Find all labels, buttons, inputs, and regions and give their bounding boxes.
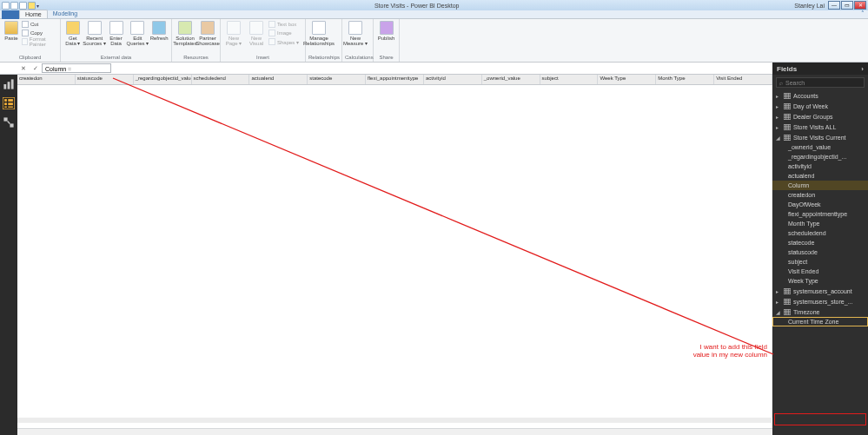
paste-button[interactable]: Paste <box>3 20 20 41</box>
fields-column[interactable]: _ownerid_value <box>772 142 868 152</box>
qat-undo-icon[interactable] <box>10 2 18 10</box>
column-header[interactable]: Visit Ended <box>714 75 772 84</box>
fields-search-input[interactable]: ⌕ Search <box>776 77 865 88</box>
tab-home[interactable]: Home <box>19 10 48 18</box>
column-header[interactable]: _regardingobjectid_value <box>134 75 192 84</box>
group-label-resources: Resources <box>175 55 217 62</box>
formula-commit-button[interactable]: ✓ <box>30 65 42 72</box>
fields-column[interactable]: Current Time Zone <box>772 317 868 326</box>
fields-column[interactable]: statecode <box>772 238 868 247</box>
data-view-button[interactable] <box>3 97 15 109</box>
fields-column[interactable]: _regardingobjectid_... <box>772 152 868 161</box>
model-view-button[interactable] <box>3 116 15 129</box>
fields-column[interactable]: DayOfWeek <box>772 200 868 209</box>
fields-column[interactable]: Month Type <box>772 219 868 228</box>
svg-rect-25 <box>784 124 791 129</box>
maximize-button[interactable]: ▭ <box>841 1 853 10</box>
svg-rect-7 <box>3 117 7 121</box>
cut-icon <box>22 21 29 28</box>
manage-relationships-button[interactable]: Manage Relationships <box>308 20 329 46</box>
fields-column[interactable]: createdon <box>772 190 868 200</box>
chevron-right-icon: › <box>861 65 864 73</box>
horizontal-scrollbar[interactable] <box>17 418 772 423</box>
table-icon <box>784 135 791 141</box>
table-icon <box>784 288 791 294</box>
column-header[interactable]: statecode <box>308 75 366 84</box>
fields-column[interactable]: flexi_appointmenttype <box>772 209 868 219</box>
svg-rect-35 <box>784 288 791 293</box>
fields-column[interactable]: subject <box>772 257 868 267</box>
fields-table[interactable]: ▸Day of Week <box>772 101 868 111</box>
text-box-button: Text box <box>268 20 299 29</box>
fields-column[interactable]: statuscode <box>772 247 868 257</box>
minimize-button[interactable]: — <box>828 1 840 10</box>
qat-save-icon[interactable] <box>2 2 10 10</box>
fields-table[interactable]: ◢Store Visits Current <box>772 132 868 142</box>
fields-table[interactable]: ▸Store Visits ALL <box>772 122 868 132</box>
table-icon <box>784 103 791 109</box>
formula-cancel-button[interactable]: ✕ <box>17 65 30 72</box>
get-data-button[interactable]: Get Data ▾ <box>63 20 83 46</box>
fields-pane-header[interactable]: Fields › <box>772 63 868 75</box>
group-label-insert: Insert <box>223 55 302 62</box>
fields-table[interactable]: ▸Dealer Groups <box>772 111 868 122</box>
recent-sources-icon <box>88 21 102 35</box>
fields-column[interactable]: scheduledend <box>772 228 868 238</box>
column-header[interactable]: Month Type <box>656 75 714 84</box>
svg-rect-0 <box>3 84 6 89</box>
column-header[interactable]: activityid <box>424 75 482 84</box>
publish-button[interactable]: Publish <box>376 20 396 41</box>
fields-table[interactable]: ▸Accounts <box>772 90 868 101</box>
column-header[interactable]: Week Type <box>598 75 656 84</box>
table-icon <box>784 124 791 130</box>
group-label-clipboard: Clipboard <box>3 55 57 62</box>
recent-sources-button[interactable]: Recent Sources ▾ <box>84 20 105 46</box>
enter-data-button[interactable]: Enter Data <box>107 20 126 46</box>
file-tab[interactable] <box>2 10 19 19</box>
edit-queries-button[interactable]: Edit Queries ▾ <box>127 20 148 46</box>
signed-in-user[interactable]: Stanley Lai <box>794 3 825 9</box>
new-measure-button[interactable]: New Measure ▾ <box>345 20 366 46</box>
svg-rect-15 <box>784 103 791 109</box>
fields-table[interactable]: ▸systemusers_store_... <box>772 296 868 306</box>
data-grid[interactable] <box>17 85 772 418</box>
fields-column[interactable]: Week Type <box>772 276 868 286</box>
fields-table[interactable]: ▸systemusers_account <box>772 286 868 296</box>
formula-bar: ✕ ✓ Column = ˅ <box>0 63 868 75</box>
column-header[interactable]: scheduledend <box>192 75 250 84</box>
partner-showcase-button[interactable]: Partner Showcase <box>197 20 218 46</box>
ribbon-collapse-icon[interactable]: ˄ <box>858 10 868 18</box>
fields-column[interactable]: Column <box>772 181 868 190</box>
column-header[interactable]: statuscode <box>76 75 134 84</box>
cut-button[interactable]: Cut <box>22 20 57 29</box>
tab-modeling[interactable]: Modeling <box>48 10 83 18</box>
table-icon <box>784 299 791 305</box>
column-header[interactable]: _ownerid_value <box>482 75 540 84</box>
format-painter-icon <box>22 38 28 45</box>
ribbon: Paste Cut Copy Format Painter Clipboard … <box>0 19 868 63</box>
column-header[interactable]: createdon <box>17 75 76 84</box>
status-bar <box>17 428 772 435</box>
column-header[interactable]: flexi_appointmenttype <box>366 75 424 84</box>
report-view-button[interactable] <box>3 78 15 90</box>
fields-table[interactable]: ◢Timezone <box>772 306 868 317</box>
svg-rect-8 <box>10 123 13 127</box>
svg-rect-40 <box>784 299 791 304</box>
fields-column[interactable]: Visit Ended <box>772 267 868 276</box>
qat-smiley-icon[interactable] <box>28 2 36 10</box>
refresh-button[interactable]: Refresh <box>149 20 169 41</box>
column-header[interactable]: actualend <box>249 75 308 84</box>
caret-icon: ▸ <box>776 288 781 294</box>
solution-templates-button[interactable]: Solution Templates <box>175 20 195 46</box>
group-label-calculations: Calculations <box>345 55 370 62</box>
fields-tree: ▸Accounts▸Day of Week▸Dealer Groups▸Stor… <box>772 90 868 435</box>
fields-column[interactable]: actualend <box>772 171 868 181</box>
caret-icon: ▸ <box>776 299 781 305</box>
close-button[interactable]: ✕ <box>854 1 866 10</box>
column-header[interactable]: subject <box>540 75 599 84</box>
qat-redo-icon[interactable] <box>19 2 27 10</box>
formula-input[interactable]: Column = <box>42 63 111 73</box>
partner-showcase-icon <box>201 21 215 35</box>
fields-column[interactable]: activityid <box>772 161 868 171</box>
get-data-icon <box>66 21 80 35</box>
